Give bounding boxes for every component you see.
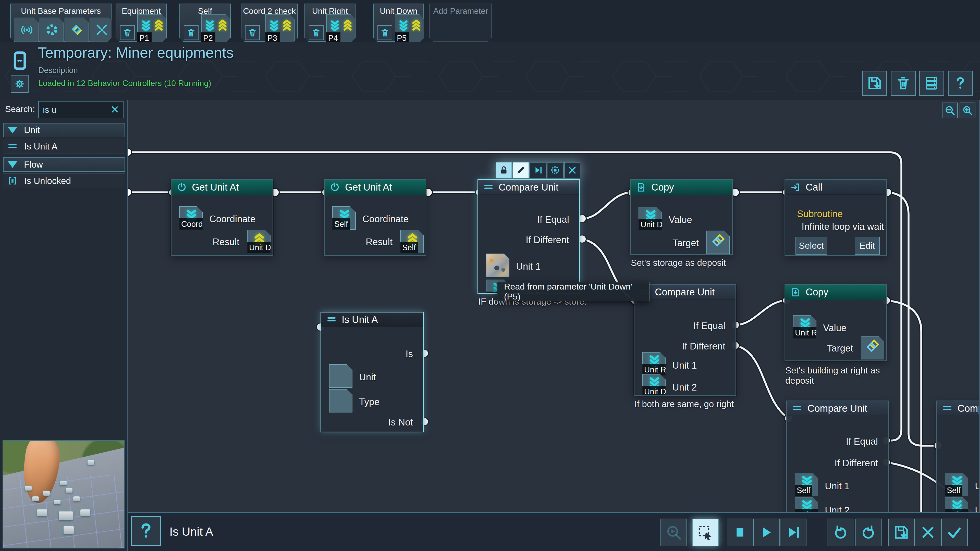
- zoom-in-button[interactable]: [959, 103, 975, 118]
- node-header[interactable]: Copy: [785, 285, 886, 300]
- marquee-select-button[interactable]: [692, 519, 719, 546]
- step-button[interactable]: [780, 519, 807, 546]
- target-chip[interactable]: [706, 230, 730, 254]
- node-compare-unit-1[interactable]: Compare Unit If Equal If Different Unit …: [477, 179, 580, 294]
- equipment-diamond-icon[interactable]: [65, 17, 89, 42]
- play-button[interactable]: [753, 519, 780, 546]
- add-parameter-button[interactable]: Add Parameter: [429, 3, 492, 42]
- gear-icon: [14, 78, 25, 90]
- confirm-button[interactable]: [941, 519, 968, 546]
- chip-label: Self: [795, 485, 812, 496]
- node-graph-canvas[interactable]: Get Unit At Coord Coordinate Result Unit…: [128, 100, 980, 512]
- tab-coord-2-check[interactable]: Coord 2 check P3: [241, 3, 298, 42]
- save-behavior-button[interactable]: [862, 71, 887, 96]
- rotor-icon[interactable]: [40, 17, 64, 42]
- zoom-out-button[interactable]: [942, 103, 958, 118]
- tab-self[interactable]: Self P2: [180, 3, 231, 42]
- node-compare-unit-3[interactable]: Compare Unit If Equal If Different Self …: [786, 400, 889, 512]
- delete-parameter-button[interactable]: [309, 25, 324, 40]
- unit2-chip[interactable]: Unit D: [945, 497, 968, 512]
- menu-icon: [7, 141, 18, 151]
- tab-unit-down[interactable]: Unit Down P5: [373, 3, 424, 42]
- redo-button[interactable]: [856, 519, 882, 546]
- sidebar-item-is-unit-a[interactable]: Is Unit A: [3, 139, 125, 154]
- node-is-unit-a[interactable]: Is Unit A Is Unit Type Is Not: [321, 312, 424, 432]
- coordinate-chip[interactable]: Self: [332, 206, 356, 230]
- unit2-chip[interactable]: Unit D: [642, 374, 666, 396]
- delete-behavior-button[interactable]: [891, 71, 916, 96]
- delete-parameter-button[interactable]: [245, 25, 260, 40]
- node-get-unit-at-2[interactable]: Get Unit At Self Coordinate Result Self: [324, 179, 426, 256]
- select-subroutine-button[interactable]: Select: [795, 237, 827, 254]
- marquee-select-icon: [697, 524, 714, 541]
- pencil-icon[interactable]: [513, 162, 529, 178]
- save-icon: [893, 524, 910, 541]
- signal-icon[interactable]: [14, 17, 39, 42]
- unit1-chip[interactable]: Self: [795, 473, 818, 496]
- step-icon[interactable]: [530, 162, 546, 178]
- node-header[interactable]: Copy: [631, 180, 732, 195]
- result-chip[interactable]: Self: [400, 230, 424, 253]
- chip-label: Unit R: [793, 327, 819, 338]
- parameter-chip[interactable]: P1: [137, 14, 167, 44]
- description-link[interactable]: Description: [38, 66, 78, 75]
- tab-unit-base-parameters[interactable]: Unit Base Parameters: [10, 3, 111, 42]
- tab-label: Unit Base Parameters: [11, 6, 111, 16]
- delete-parameter-button[interactable]: [184, 25, 199, 40]
- parameter-chip[interactable]: P5: [395, 14, 425, 44]
- clear-search-icon[interactable]: ✕: [109, 104, 121, 115]
- target-chip[interactable]: [861, 336, 884, 359]
- category-flow[interactable]: Flow: [3, 157, 125, 171]
- zoom-to-execution-button[interactable]: [660, 519, 687, 546]
- input-value: Value: [669, 214, 692, 225]
- node-copy-2[interactable]: Copy Unit R Value Target: [784, 284, 887, 361]
- value-chip[interactable]: Unit R: [793, 315, 816, 338]
- help-button[interactable]: [948, 71, 973, 96]
- category-unit[interactable]: Unit: [3, 123, 125, 137]
- coordinate-chip[interactable]: Coord: [179, 206, 203, 230]
- stop-button[interactable]: [727, 519, 753, 546]
- controllers-list-button[interactable]: [919, 71, 944, 96]
- unit1-chip[interactable]: [486, 254, 509, 277]
- gather-icon[interactable]: [89, 17, 114, 42]
- node-header[interactable]: Get Unit At: [325, 180, 426, 195]
- settings-button[interactable]: [11, 75, 29, 93]
- world-viewport[interactable]: [3, 440, 124, 548]
- node-header[interactable]: Compa: [937, 401, 980, 416]
- parameter-chip[interactable]: P2: [201, 14, 231, 44]
- type-chip-empty[interactable]: [329, 389, 352, 413]
- unit-chip-empty[interactable]: [329, 364, 352, 388]
- undo-button[interactable]: [827, 519, 853, 546]
- node-call[interactable]: Call Subroutine Infinite loop via wait S…: [784, 179, 887, 256]
- node-copy-1[interactable]: Copy Unit D Value Target: [630, 179, 733, 255]
- result-chip[interactable]: Unit D: [247, 230, 270, 253]
- delete-parameter-button[interactable]: [120, 25, 135, 40]
- close-icon[interactable]: [564, 162, 580, 178]
- unit1-chip[interactable]: Self: [945, 473, 968, 496]
- sidebar-item-is-unlocked[interactable]: Is Unlocked: [3, 173, 125, 188]
- node-header[interactable]: Is Unit A: [321, 313, 423, 327]
- unit1-chip[interactable]: Unit R: [642, 352, 666, 375]
- parameter-chip[interactable]: P3: [266, 14, 295, 44]
- delete-parameter-button[interactable]: [377, 25, 392, 40]
- node-header[interactable]: Get Unit At: [172, 180, 272, 195]
- node-header[interactable]: Call: [785, 180, 886, 195]
- save-button[interactable]: [888, 519, 915, 546]
- node-help-button[interactable]: [131, 516, 161, 546]
- cancel-button[interactable]: [915, 519, 941, 546]
- tab-unit-right[interactable]: Unit Right P4: [304, 3, 355, 42]
- node-header[interactable]: Compare Unit: [787, 401, 888, 416]
- power-icon: [177, 182, 187, 192]
- value-chip[interactable]: Unit D: [638, 207, 662, 230]
- node-compare-unit-4[interactable]: Compa Self Un Unit D Un: [936, 400, 980, 512]
- breakpoint-icon[interactable]: [547, 162, 563, 178]
- lock-icon[interactable]: [496, 162, 512, 178]
- node-header[interactable]: Compare Unit: [635, 285, 735, 300]
- parameter-chip[interactable]: P4: [326, 14, 356, 44]
- node-get-unit-at-1[interactable]: Get Unit At Coord Coordinate Result Unit…: [171, 179, 273, 256]
- unit2-chip[interactable]: Unit R: [795, 497, 818, 512]
- node-header[interactable]: Compare Unit: [478, 180, 579, 195]
- edit-subroutine-button[interactable]: Edit: [855, 237, 880, 254]
- input-unit1: Unit 1: [672, 360, 697, 371]
- tab-equipment[interactable]: Equipment P1: [116, 3, 167, 42]
